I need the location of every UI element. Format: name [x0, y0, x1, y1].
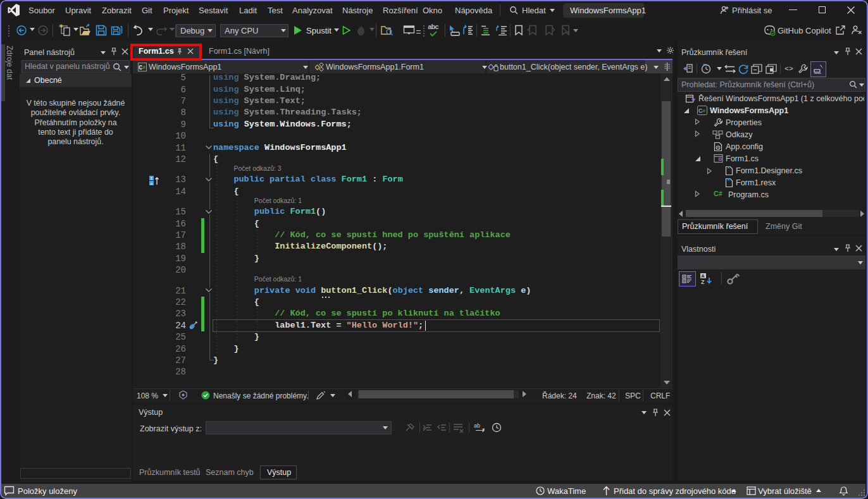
svg-text:#: # — [703, 108, 706, 114]
svg-text:Z: Z — [701, 279, 705, 285]
svg-text:o: o — [151, 182, 153, 185]
svg-text:#: # — [142, 65, 146, 70]
svg-text:A: A — [701, 273, 705, 279]
svg-text:I: I — [151, 176, 153, 181]
svg-text:ab: ab — [474, 422, 480, 429]
